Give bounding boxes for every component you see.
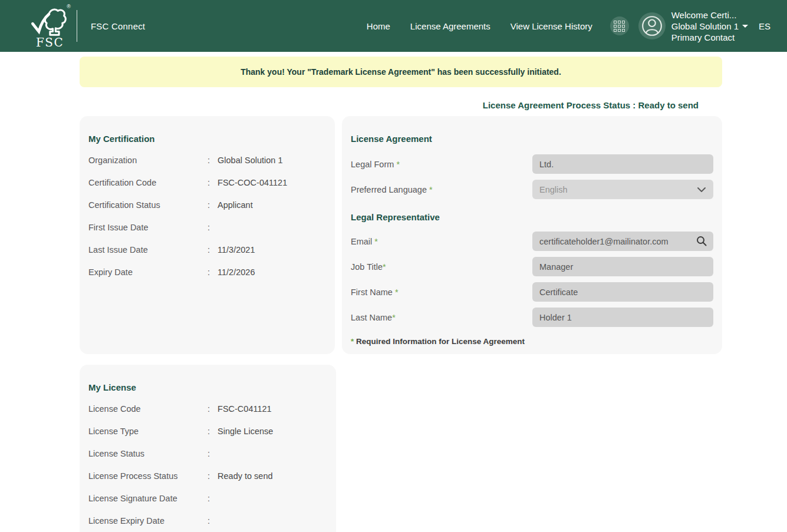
info-colon: : — [208, 178, 210, 187]
my-license-title: My License — [88, 382, 327, 392]
selected-language: English — [539, 185, 568, 194]
fsc-logo: FSC ® — [29, 4, 67, 48]
language-switch-es[interactable]: ES — [759, 21, 770, 31]
app-title: FSC Connect — [91, 21, 145, 31]
legal-form-input[interactable] — [532, 154, 713, 174]
field-label: Email * — [351, 237, 532, 246]
field-label-text: Job Title — [351, 262, 383, 272]
process-status-line: License Agreement Process Status : Ready… — [0, 100, 787, 110]
nav-home[interactable]: Home — [367, 21, 390, 31]
cert-row-expiry-date: Expiry Date : 11/2/2026 — [88, 261, 326, 283]
info-value: FSC-C041121 — [218, 404, 272, 414]
app-header: FSC ® FSC Connect Home License Agreement… — [0, 0, 787, 52]
field-label: First Name * — [351, 288, 532, 297]
field-email: Email * — [351, 232, 713, 251]
info-colon: : — [208, 427, 210, 436]
info-label: License Process Status — [88, 471, 208, 481]
main-nav: Home License Agreements View License His… — [367, 21, 592, 31]
last-name-input[interactable] — [532, 308, 713, 327]
success-banner-message: Thank you! Your "Trademark License Agree… — [241, 67, 561, 77]
info-colon: : — [208, 494, 210, 503]
apps-grid-icon — [614, 21, 625, 32]
cert-row-organization: Organization : Global Solution 1 — [88, 149, 326, 171]
info-label: Expiry Date — [88, 267, 208, 277]
info-colon: : — [208, 200, 210, 210]
svg-text:FSC: FSC — [36, 35, 64, 48]
user-avatar[interactable] — [638, 12, 666, 39]
required-note-text: Required Information for License Agreeme… — [356, 337, 525, 346]
field-label: Last Name* — [351, 313, 532, 322]
user-role: Primary Contact — [671, 32, 748, 43]
info-label: First Issue Date — [88, 223, 208, 232]
main-content: My Certification Organization : Global S… — [80, 116, 722, 532]
nav-license-agreements[interactable]: License Agreements — [410, 21, 490, 31]
info-label: Last Issue Date — [88, 245, 208, 255]
required-star: * — [396, 160, 400, 169]
license-row-process-status: License Process Status : Ready to send — [88, 465, 327, 487]
field-label: Legal Form * — [351, 160, 532, 169]
required-star: * — [392, 313, 396, 322]
required-star: * — [383, 262, 386, 272]
info-label: Certification Code — [88, 178, 208, 187]
organization-dropdown[interactable]: Global Solution 1 — [671, 21, 748, 32]
license-agreement-title: License Agreement — [351, 134, 713, 144]
license-row-type: License Type : Single License — [88, 420, 327, 442]
info-colon: : — [208, 223, 210, 232]
cert-row-last-issue-date: Last Issue Date : 11/3/2021 — [88, 239, 326, 261]
preferred-language-select[interactable]: English — [532, 180, 713, 199]
person-icon — [638, 12, 666, 39]
success-banner: Thank you! Your "Trademark License Agree… — [80, 57, 722, 87]
nav-view-license-history[interactable]: View License History — [511, 21, 592, 31]
user-info: Welcome Certi... Global Solution 1 Prima… — [671, 9, 748, 43]
legal-representative-title: Legal Representative — [351, 212, 713, 222]
field-label-text: Legal Form — [351, 160, 396, 169]
my-certification-title: My Certification — [88, 134, 326, 144]
field-first-name: First Name * — [351, 282, 713, 302]
info-value: 11/2/2026 — [218, 267, 255, 277]
info-colon: : — [208, 156, 210, 165]
info-value: 11/3/2021 — [218, 245, 255, 255]
email-input[interactable] — [532, 232, 713, 251]
organization-name: Global Solution 1 — [671, 21, 739, 32]
info-label: License Code — [88, 404, 208, 414]
field-label-text: First Name — [351, 288, 395, 297]
license-agreement-card: License Agreement Legal Form * Preferred… — [342, 116, 722, 354]
required-star: * — [374, 237, 378, 246]
license-row-code: License Code : FSC-C041121 — [88, 398, 327, 420]
info-value: Ready to send — [218, 471, 273, 481]
field-last-name: Last Name* — [351, 308, 713, 327]
chevron-down-icon — [697, 187, 706, 193]
info-value: Single License — [218, 427, 273, 436]
field-label-text: Last Name — [351, 313, 392, 322]
info-colon: : — [208, 516, 210, 526]
search-icon[interactable] — [696, 235, 707, 247]
first-name-input[interactable] — [532, 282, 713, 302]
apps-waffle-button[interactable] — [610, 16, 629, 35]
header-divider — [77, 10, 77, 42]
required-star: * — [429, 185, 433, 194]
info-colon: : — [208, 404, 210, 414]
cert-row-certification-status: Certification Status : Applicant — [88, 194, 326, 216]
field-preferred-language: Preferred Language * English — [351, 180, 713, 199]
field-label: Job Title* — [351, 262, 532, 272]
cert-row-first-issue-date: First Issue Date : — [88, 216, 326, 239]
info-colon: : — [208, 449, 210, 458]
info-label: Organization — [88, 156, 208, 165]
field-label: Preferred Language * — [351, 185, 532, 194]
info-label: License Type — [88, 427, 208, 436]
my-certification-card: My Certification Organization : Global S… — [80, 116, 335, 354]
cert-row-certification-code: Certification Code : FSC-COC-041121 — [88, 171, 326, 194]
field-job-title: Job Title* — [351, 257, 713, 276]
field-label-text: Email — [351, 237, 374, 246]
welcome-text: Welcome Certi... — [671, 9, 748, 21]
fsc-tree-checkmark-icon: FSC — [29, 4, 67, 48]
license-row-status: License Status : — [88, 442, 327, 465]
info-colon: : — [208, 267, 210, 277]
dropdown-caret-icon — [742, 25, 748, 28]
job-title-input[interactable] — [532, 257, 713, 276]
info-colon: : — [208, 471, 210, 481]
field-legal-form: Legal Form * — [351, 154, 713, 174]
required-star: * — [395, 288, 399, 297]
info-value: Applicant — [218, 200, 253, 210]
field-label-text: Preferred Language — [351, 185, 429, 194]
